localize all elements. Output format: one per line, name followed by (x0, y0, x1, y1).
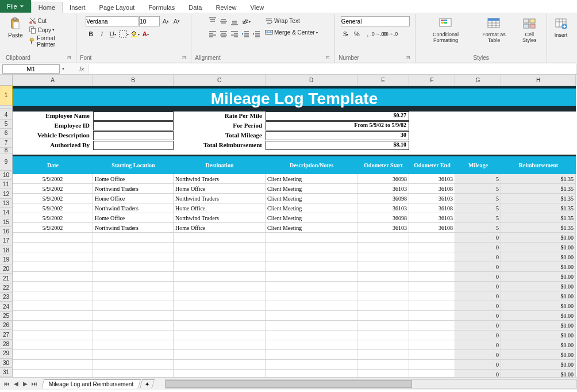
cell[interactable] (409, 252, 455, 262)
col-header-C[interactable]: C (174, 75, 266, 86)
cell[interactable]: 0 (455, 360, 501, 370)
cell[interactable] (93, 272, 174, 282)
cell[interactable] (174, 233, 266, 243)
row-header-22[interactable]: 22 (0, 283, 13, 293)
tab-view[interactable]: View (244, 2, 271, 13)
cell[interactable] (13, 311, 93, 321)
cell[interactable] (266, 233, 357, 243)
row-header-12[interactable]: 12 (0, 189, 13, 198)
cell[interactable]: $0.00 (501, 350, 576, 360)
row-header-27[interactable]: 27 (0, 330, 13, 339)
decrease-decimal-button[interactable]: .00→.0 (384, 29, 395, 39)
cell[interactable]: 36103 (409, 174, 455, 184)
format-painter-button[interactable]: Format Painter (28, 34, 73, 48)
cell[interactable] (93, 301, 174, 311)
cell[interactable]: 36098 (357, 213, 409, 223)
cell[interactable]: $0.00 (501, 360, 576, 370)
conditional-formatting-button[interactable]: Conditional Formatting (419, 16, 472, 45)
cell[interactable] (266, 370, 357, 377)
cell[interactable]: Home Office (93, 174, 174, 184)
new-sheet-tab[interactable]: ✦ (140, 379, 155, 389)
cell[interactable] (93, 321, 174, 330)
cell[interactable]: 0 (455, 350, 501, 360)
cell[interactable] (357, 340, 409, 350)
col-header-D[interactable]: D (266, 75, 357, 86)
cell[interactable] (93, 243, 174, 252)
cell[interactable]: Client Meeting (266, 213, 357, 223)
align-right-button[interactable] (229, 29, 240, 39)
row-header-30[interactable]: 30 (0, 359, 13, 368)
row-header-16[interactable]: 16 (0, 227, 13, 236)
insert-cells-button[interactable]: Insert (552, 16, 570, 39)
cell[interactable] (174, 291, 266, 301)
cell[interactable]: 36103 (409, 213, 455, 223)
cell[interactable] (357, 301, 409, 311)
cell[interactable] (266, 243, 357, 252)
row-header-24[interactable]: 24 (0, 302, 13, 311)
cell[interactable]: Client Meeting (266, 194, 357, 203)
cell[interactable] (174, 321, 266, 330)
cell[interactable]: 5/9/2002 (13, 223, 93, 233)
cell[interactable]: $0.00 (501, 370, 576, 377)
cell[interactable]: $1.35 (501, 194, 576, 203)
fill-color-button[interactable]: ▾ (129, 29, 140, 39)
row-header-21[interactable]: 21 (0, 274, 13, 283)
bold-button[interactable]: B (86, 29, 96, 39)
cell[interactable]: $0.00 (501, 282, 576, 291)
info-value[interactable]: $0.27 (266, 112, 409, 121)
tab-review[interactable]: Review (209, 2, 243, 13)
cell[interactable]: Northwind Traders (93, 184, 174, 194)
cell[interactable] (266, 282, 357, 291)
italic-button[interactable]: I (97, 29, 107, 39)
number-format-select[interactable] (341, 16, 410, 26)
row-header-9[interactable]: 9 (0, 153, 13, 171)
row-header-26[interactable]: 26 (0, 321, 13, 330)
row-header-19[interactable]: 19 (0, 255, 13, 264)
font-dialog-launcher[interactable]: ⊡ (181, 55, 187, 60)
cell[interactable] (266, 301, 357, 311)
merge-center-button[interactable]: Merge & Center▾ (264, 28, 319, 37)
cell[interactable] (409, 330, 455, 340)
cell[interactable]: $0.00 (501, 340, 576, 350)
row-header-10[interactable]: 10 (0, 171, 13, 180)
row-header-25[interactable]: 25 (0, 312, 13, 321)
tab-formulas[interactable]: Formulas (141, 2, 182, 13)
cell[interactable]: 0 (455, 282, 501, 291)
table-header-cell[interactable]: Odometer Start (357, 156, 409, 174)
cell[interactable] (174, 311, 266, 321)
cell[interactable]: $1.35 (501, 174, 576, 184)
align-middle-button[interactable] (218, 16, 229, 26)
cell[interactable]: 5/9/2002 (13, 213, 93, 223)
cell[interactable] (13, 340, 93, 350)
cell-styles-button[interactable]: Cell Styles (516, 16, 543, 45)
cell[interactable] (13, 360, 93, 370)
cell[interactable]: $0.00 (501, 301, 576, 311)
cell[interactable] (174, 340, 266, 350)
cell[interactable] (409, 282, 455, 291)
cell[interactable]: 0 (455, 252, 501, 262)
cell[interactable]: 36108 (409, 184, 455, 194)
info-input[interactable] (93, 131, 174, 140)
cell[interactable]: $1.35 (501, 223, 576, 233)
formula-bar[interactable] (88, 64, 577, 74)
info-input[interactable] (93, 121, 174, 130)
cell[interactable]: 5/9/2002 (13, 203, 93, 213)
cell[interactable] (174, 272, 266, 282)
cell[interactable]: 36098 (357, 174, 409, 184)
cell[interactable] (409, 360, 455, 370)
cell[interactable] (93, 252, 174, 262)
tab-data[interactable]: Data (182, 2, 209, 13)
info-input[interactable] (93, 141, 174, 150)
align-bottom-button[interactable] (229, 16, 240, 26)
cell[interactable]: Northwind Traders (93, 223, 174, 233)
cell[interactable] (409, 321, 455, 330)
info-value[interactable]: 30 (266, 131, 409, 140)
cell[interactable]: $0.00 (501, 291, 576, 301)
cell[interactable]: Client Meeting (266, 203, 357, 213)
cell[interactable] (174, 262, 266, 272)
cell[interactable] (357, 272, 409, 282)
cell[interactable] (357, 350, 409, 360)
row-header-11[interactable]: 11 (0, 180, 13, 189)
horizontal-scrollbar[interactable] (165, 379, 577, 389)
font-size-select[interactable] (139, 16, 160, 26)
